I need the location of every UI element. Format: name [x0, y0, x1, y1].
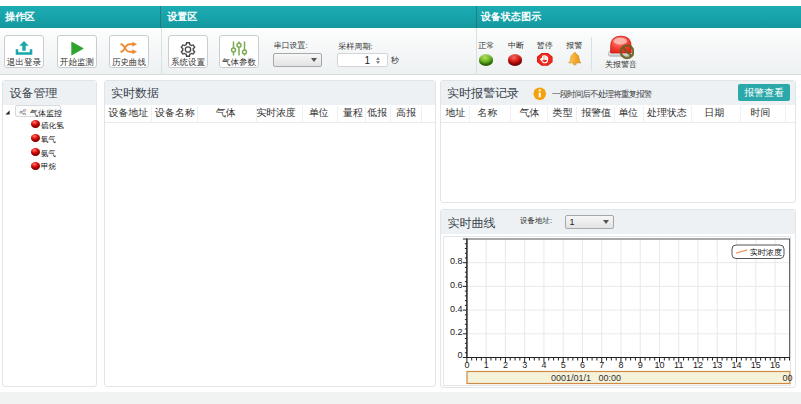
svg-text:5: 5	[561, 360, 566, 370]
svg-text:4: 4	[541, 360, 546, 370]
svg-text:9: 9	[638, 360, 643, 370]
svg-text:14: 14	[732, 360, 742, 370]
svg-text:15: 15	[751, 360, 761, 370]
svg-text:7: 7	[599, 360, 604, 370]
svg-text:8: 8	[618, 360, 623, 370]
svg-text:13: 13	[712, 360, 722, 370]
svg-text:0.6: 0.6	[450, 280, 463, 290]
svg-text:3: 3	[522, 360, 527, 370]
svg-text:1: 1	[484, 360, 489, 370]
svg-text:11: 11	[674, 360, 683, 370]
svg-text:12: 12	[693, 360, 703, 370]
svg-text:实时浓度: 实时浓度	[750, 248, 782, 257]
svg-text:0.2: 0.2	[450, 327, 463, 337]
svg-text:0: 0	[464, 360, 469, 370]
svg-text:10: 10	[654, 360, 664, 370]
svg-text:16: 16	[770, 360, 780, 370]
svg-text:2: 2	[503, 360, 508, 370]
svg-text:0001/01/1 00:00: 0001/01/1 00:00	[551, 373, 621, 383]
svg-text:0: 0	[457, 350, 462, 360]
svg-text:0.4: 0.4	[450, 304, 463, 314]
svg-text:6: 6	[580, 360, 585, 370]
svg-text:0.8: 0.8	[450, 256, 463, 266]
svg-text:00: 00	[783, 373, 793, 383]
